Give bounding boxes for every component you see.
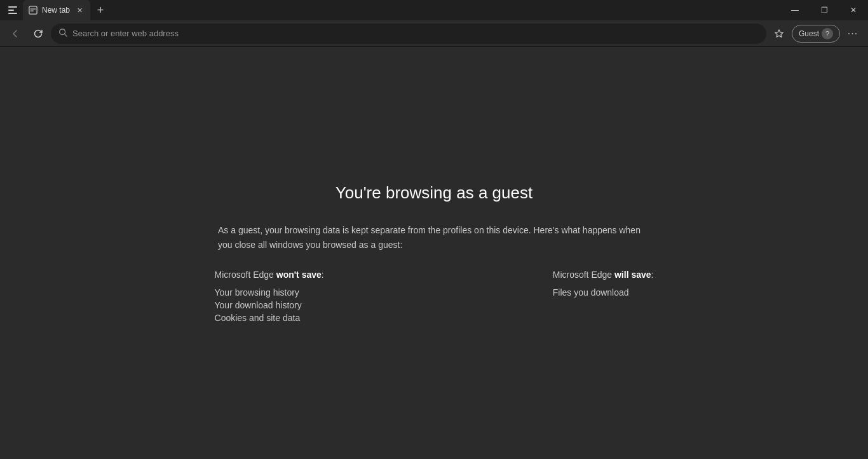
wont-save-header: Microsoft Edge won't save: <box>215 270 324 280</box>
guest-heading: You're browsing as a guest <box>336 183 532 203</box>
list-item: Your download history <box>215 300 324 310</box>
tab-bar: New tab ✕ + <box>3 0 780 20</box>
guest-description: As a guest, your browsing data is kept s… <box>218 223 650 252</box>
new-tab-button[interactable]: + <box>90 0 111 20</box>
svg-rect-0 <box>8 6 17 8</box>
list-item: Files you download <box>553 287 654 298</box>
svg-rect-5 <box>31 10 34 11</box>
guest-label: Guest <box>799 29 819 38</box>
minimize-button[interactable]: — <box>780 0 810 20</box>
browser-tab[interactable]: New tab ✕ <box>23 0 90 20</box>
wont-save-column: Microsoft Edge won't save: Your browsing… <box>215 270 324 323</box>
svg-rect-1 <box>8 10 14 11</box>
close-button[interactable]: ✕ <box>839 0 868 20</box>
guest-profile-button[interactable]: Guest ? <box>792 25 840 43</box>
back-button[interactable] <box>5 24 25 44</box>
svg-rect-3 <box>29 6 37 14</box>
title-bar: New tab ✕ + — ❐ ✕ <box>0 0 868 20</box>
svg-line-7 <box>65 34 67 37</box>
sidebar-button[interactable] <box>3 0 23 20</box>
tab-favicon <box>28 5 38 15</box>
save-info-columns: Microsoft Edge won't save: Your browsing… <box>215 270 654 323</box>
search-icon <box>58 28 67 39</box>
tab-title: New tab <box>42 6 70 15</box>
svg-rect-2 <box>8 13 17 14</box>
will-save-column: Microsoft Edge will save: Files you down… <box>553 270 654 298</box>
list-item: Your browsing history <box>215 287 324 298</box>
list-item: Cookies and site data <box>215 313 324 323</box>
more-options-button[interactable]: ··· <box>843 24 863 44</box>
guest-avatar: ? <box>822 28 833 39</box>
refresh-button[interactable] <box>28 24 48 44</box>
maximize-button[interactable]: ❐ <box>810 0 839 20</box>
svg-rect-4 <box>31 8 36 9</box>
toolbar: Search or enter web address Guest ? ··· <box>0 20 868 47</box>
tab-close-button[interactable]: ✕ <box>74 4 85 16</box>
main-content: You're browsing as a guest As a guest, y… <box>0 47 868 459</box>
address-bar[interactable]: Search or enter web address <box>51 24 766 44</box>
will-save-header: Microsoft Edge will save: <box>553 270 654 280</box>
window-controls: — ❐ ✕ <box>780 0 868 20</box>
favorites-button[interactable] <box>769 24 789 44</box>
address-text: Search or enter web address <box>72 29 759 38</box>
